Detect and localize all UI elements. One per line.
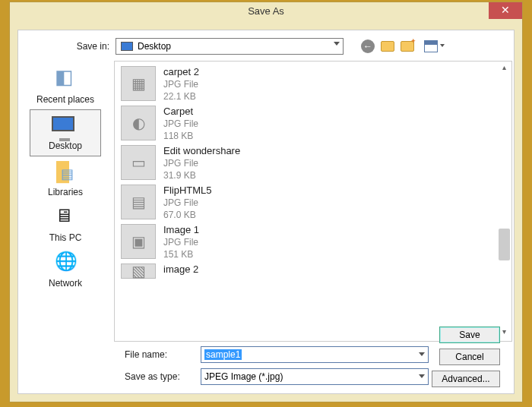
file-thumbnail-icon: ▦ — [121, 66, 156, 101]
back-icon: ← — [361, 39, 375, 53]
save-button[interactable]: Save — [439, 327, 500, 343]
save-in-label: Save in: — [64, 41, 109, 52]
sidebar-item-label: Network — [49, 278, 82, 289]
list-item[interactable]: ▧image 2 — [118, 262, 508, 280]
save-in-value: Desktop — [138, 41, 171, 52]
desktop-icon — [121, 42, 133, 51]
cancel-button[interactable]: Cancel — [439, 349, 500, 365]
file-type: JPG File — [163, 236, 199, 248]
file-name: image 2 — [163, 263, 198, 276]
view-menu-button[interactable] — [420, 39, 442, 54]
places-sidebar: Recent places Desktop Libraries This PC … — [18, 61, 112, 342]
sidebar-item-this-pc[interactable]: This PC — [30, 202, 101, 248]
file-thumbnail-icon: ▭ — [121, 145, 156, 180]
savetype-value: JPEG Image (*.jpg) — [204, 371, 283, 382]
file-thumbnail-icon: ▤ — [121, 185, 156, 219]
sidebar-item-recent[interactable]: Recent places — [30, 64, 101, 109]
nav-toolbar: ← — [360, 39, 442, 54]
list-item[interactable]: ▭Edit wondershareJPG File31.9 KB — [118, 144, 508, 183]
back-button[interactable]: ← — [360, 39, 375, 54]
file-name: Edit wondershare — [163, 145, 240, 157]
save-as-dialog: Save As ✕ Save in: Desktop ← Recent plac… — [9, 2, 523, 402]
up-button[interactable] — [380, 39, 395, 54]
view-icon — [424, 40, 438, 52]
file-size: 118 KB — [163, 130, 198, 142]
button-column: Save Cancel Advanced... — [432, 327, 500, 387]
file-thumbnail-icon: ▣ — [121, 224, 156, 259]
new-folder-icon — [401, 41, 414, 52]
file-type: JPG File — [163, 157, 240, 169]
sidebar-item-label: Recent places — [36, 94, 94, 105]
file-list[interactable]: ▴ ▦carpet 2JPG File22.1 KB ◐CarpetJPG Fi… — [114, 61, 512, 342]
file-size: 67.0 KB — [163, 209, 212, 221]
libraries-icon — [52, 161, 79, 184]
content-area: Recent places Desktop Libraries This PC … — [18, 61, 514, 342]
desktop-icon — [52, 115, 79, 137]
recent-places-icon — [52, 68, 79, 91]
new-folder-button[interactable] — [400, 39, 415, 54]
sidebar-item-label: Desktop — [49, 140, 82, 151]
filename-label: File name: — [125, 349, 201, 360]
sidebar-item-desktop[interactable]: Desktop — [30, 109, 101, 156]
sidebar-item-network[interactable]: Network — [30, 248, 101, 293]
sidebar-item-label: This PC — [49, 232, 82, 243]
filename-input[interactable]: sample1 — [201, 346, 429, 363]
scrollbar-thumb[interactable] — [499, 229, 510, 260]
save-in-row: Save in: Desktop ← — [18, 30, 514, 61]
file-thumbnail-icon: ◐ — [121, 106, 156, 140]
sidebar-item-libraries[interactable]: Libraries — [30, 156, 101, 202]
file-size: 151 KB — [163, 248, 199, 260]
chevron-down-icon — [419, 352, 425, 356]
list-item[interactable]: ▣Image 1JPG File151 KB — [118, 222, 508, 262]
list-item[interactable]: ▦carpet 2JPG File22.1 KB — [118, 65, 508, 104]
file-name: FlipHTML5 — [163, 185, 212, 197]
list-item[interactable]: ▤FlipHTML5JPG File67.0 KB — [118, 183, 508, 222]
filename-value: sample1 — [204, 349, 242, 360]
file-size: 31.9 KB — [163, 169, 240, 181]
file-type: JPG File — [163, 78, 199, 90]
folder-up-icon — [381, 41, 394, 52]
advanced-button[interactable]: Advanced... — [432, 371, 500, 387]
titlebar: Save As ✕ — [10, 2, 522, 24]
savetype-dropdown[interactable]: JPEG Image (*.jpg) — [201, 368, 429, 385]
file-name: carpet 2 — [163, 66, 199, 78]
close-button[interactable]: ✕ — [489, 2, 522, 19]
file-thumbnail-icon: ▧ — [121, 263, 156, 279]
file-type: JPG File — [163, 118, 198, 130]
file-size: 22.1 KB — [163, 90, 199, 103]
file-items-container: ▦carpet 2JPG File22.1 KB ◐CarpetJPG File… — [115, 62, 511, 283]
chevron-down-icon — [419, 374, 425, 378]
scroll-up-button[interactable]: ▴ — [498, 63, 510, 75]
file-type: JPG File — [163, 197, 212, 209]
save-in-dropdown[interactable]: Desktop — [116, 38, 344, 55]
savetype-label: Save as type: — [125, 371, 201, 382]
dialog-body: Save in: Desktop ← Recent places — [17, 30, 515, 394]
file-name: Carpet — [163, 106, 198, 118]
this-pc-icon — [52, 207, 79, 229]
chevron-down-icon — [334, 42, 340, 46]
sidebar-item-label: Libraries — [48, 187, 83, 197]
file-name: Image 1 — [163, 224, 199, 236]
window-title: Save As — [248, 5, 284, 17]
network-icon — [52, 252, 79, 275]
list-item[interactable]: ◐CarpetJPG File118 KB — [118, 104, 508, 144]
